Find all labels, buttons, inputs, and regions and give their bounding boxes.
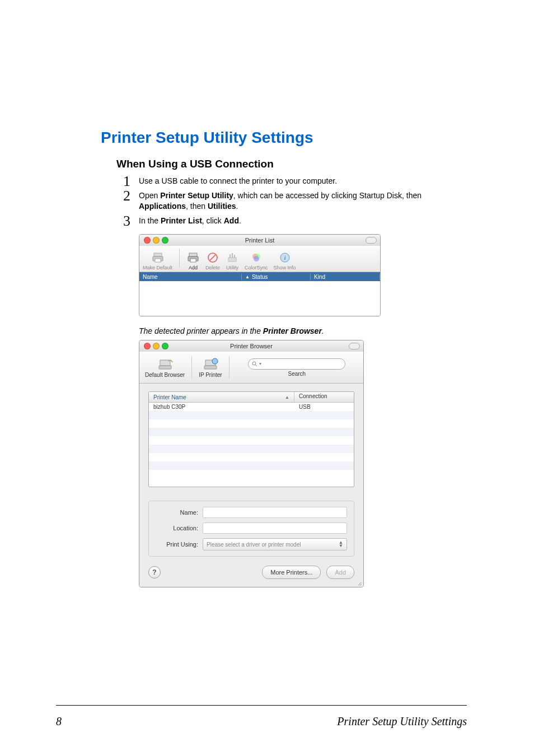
svg-point-11	[254, 256, 259, 262]
tab-ip-printer[interactable]: IP Printer	[199, 357, 222, 378]
svg-text:i: i	[284, 254, 285, 261]
search-label: Search	[288, 371, 306, 377]
step-2: 2 Open Printer Setup Utility, which can …	[123, 190, 422, 212]
step-1: 1 Use a USB cable to connect the printer…	[123, 176, 422, 187]
step-number: 2	[123, 186, 130, 206]
col-printer-name[interactable]: Printer Name▲	[149, 392, 294, 402]
info-icon: i	[278, 251, 292, 264]
toolbar-toggle-icon[interactable]	[349, 343, 360, 349]
svg-line-20	[256, 365, 257, 366]
caption: The detected printer appears in the Prin…	[139, 326, 422, 335]
print-using-label: Print Using:	[156, 541, 203, 548]
col-status[interactable]: ▲Status	[242, 274, 311, 280]
close-icon[interactable]	[144, 343, 151, 349]
svg-line-7	[210, 255, 216, 260]
add-button[interactable]: Add	[326, 566, 354, 579]
help-button[interactable]: ?	[148, 566, 161, 578]
add-printer-icon	[186, 251, 200, 264]
resize-handle-icon[interactable]	[357, 580, 362, 586]
section-heading: When Using a USB Connection	[116, 158, 422, 170]
svg-point-18	[212, 358, 218, 364]
col-name[interactable]: Name	[139, 274, 242, 280]
name-field[interactable]	[203, 507, 347, 518]
search-icon	[252, 361, 257, 367]
footer-title: Printer Setup Utility Settings	[337, 715, 467, 728]
toolbar: Default Browser IP Printer ▾	[139, 352, 363, 384]
ip-printer-icon	[202, 357, 219, 371]
colorsync-button[interactable]: ColorSync	[245, 251, 268, 270]
default-browser-icon	[157, 357, 174, 371]
utility-icon	[226, 251, 239, 264]
svg-rect-8	[228, 258, 236, 262]
table-header: Name ▲Status Kind	[139, 272, 380, 281]
search-input[interactable]: ▾	[248, 358, 345, 370]
close-icon[interactable]	[144, 237, 151, 244]
svg-rect-0	[154, 253, 162, 256]
add-button[interactable]: Add	[186, 251, 200, 270]
location-field[interactable]	[203, 522, 347, 534]
printer-browser-window: Printer Browser Default Browser IP Print…	[139, 340, 364, 587]
printer-table: Printer Name▲ Connection bizhub C30P USB	[148, 391, 354, 487]
window-title: Printer List	[139, 237, 380, 244]
svg-rect-3	[189, 253, 197, 256]
svg-rect-15	[159, 366, 171, 369]
zoom-icon[interactable]	[162, 343, 168, 349]
delete-icon	[206, 251, 219, 264]
col-kind[interactable]: Kind	[311, 274, 380, 280]
page-heading: Printer Setup Utility Settings	[101, 129, 422, 147]
location-label: Location:	[156, 525, 203, 531]
make-default-button[interactable]: Make Default	[143, 251, 172, 270]
printer-icon	[151, 251, 165, 264]
svg-point-19	[252, 362, 256, 365]
svg-rect-5	[190, 259, 196, 262]
step-3: 3 In the Printer List, click Add.	[123, 216, 422, 227]
svg-rect-17	[204, 366, 217, 369]
toolbar: Make Default Add Delete	[139, 246, 380, 272]
delete-button[interactable]: Delete	[205, 251, 220, 270]
minimize-icon[interactable]	[153, 343, 160, 349]
table-row[interactable]: bizhub C30P USB	[149, 403, 354, 411]
chevron-updown-icon: ▲▼	[339, 541, 343, 548]
window-title: Printer Browser	[139, 343, 363, 349]
more-printers-button[interactable]: More Printers...	[262, 566, 321, 579]
step-number: 3	[123, 211, 130, 231]
step-text: Open Printer Setup Utility, which can be…	[139, 191, 421, 211]
colorsync-icon	[250, 251, 263, 264]
table-body	[139, 281, 380, 316]
step-text: In the Printer List, click Add.	[139, 216, 241, 225]
print-using-select[interactable]: Please select a driver or printer model …	[203, 538, 347, 550]
printer-list-window: Printer List Make Default Add	[139, 234, 381, 316]
zoom-icon[interactable]	[162, 237, 168, 244]
window-titlebar: Printer List	[139, 235, 380, 246]
page-number: 8	[56, 715, 62, 728]
col-connection[interactable]: Connection	[294, 392, 354, 402]
minimize-icon[interactable]	[153, 237, 160, 244]
printer-form: Name: Location: Print Using: Please sele…	[148, 501, 354, 557]
window-titlebar: Printer Browser	[139, 340, 363, 352]
name-label: Name:	[156, 509, 203, 516]
show-info-button[interactable]: i Show Info	[274, 251, 296, 270]
tab-default-browser[interactable]: Default Browser	[145, 357, 185, 378]
svg-rect-2	[155, 259, 161, 262]
toolbar-toggle-icon[interactable]	[366, 237, 377, 244]
utility-button[interactable]: Utility	[226, 251, 239, 270]
step-text: Use a USB cable to connect the printer t…	[139, 176, 337, 185]
